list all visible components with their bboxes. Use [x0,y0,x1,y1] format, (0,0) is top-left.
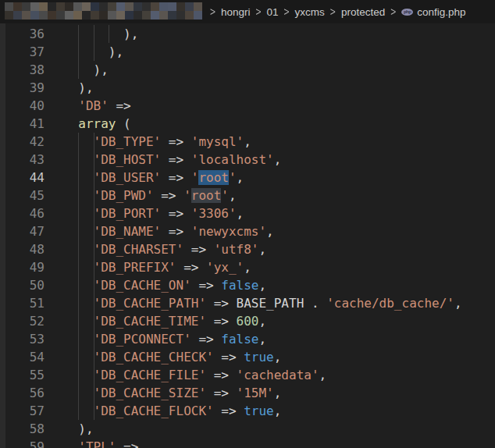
line-number[interactable]: 45 [0,187,45,204]
code-line[interactable]: 44 'DB_USER' => 'root', [0,169,495,187]
sidebar-scrollbar[interactable] [0,23,5,448]
code-line[interactable]: 38 ), [0,61,495,79]
breadcrumb-bar: >hongri>01>yxcms>protected>phpconfig.php [0,0,495,23]
redacted-block [116,11,125,20]
code-line-content: 'DB_HOST' => 'localhost', [63,151,281,169]
code-line-content: 'DB_CACHE_PATH' => BASE_PATH . 'cache/db… [63,294,462,312]
line-number[interactable]: 41 [0,115,45,133]
line-number[interactable]: 52 [0,312,45,330]
code-line[interactable]: 47 'DB_NAME' => 'newyxcms', [0,222,495,240]
line-number[interactable]: 57 [0,402,45,420]
redacted-block [185,11,194,20]
line-number[interactable]: 37 [0,43,45,61]
line-number[interactable]: 53 [0,330,45,348]
code-token: , [258,242,266,257]
indent-guide [94,169,94,187]
indent-guide [94,348,94,366]
code-line[interactable]: 56 'DB_CACHE_SIZE' => '15M', [0,384,495,402]
line-number[interactable]: 59 [0,438,45,448]
redacted-block [116,2,125,11]
breadcrumb-item-yxcms[interactable]: yxcms [295,6,325,18]
code-token: 'DB_CACHE_FLOCK' [94,404,214,418]
code-line[interactable]: 54 'DB_CACHE_CHECK' => true, [0,348,495,366]
code-token: => [214,350,244,364]
redacted-block [73,2,82,11]
redacted-block [168,2,176,11]
indent-guide [94,43,94,61]
code-line[interactable]: 53 'DB_PCONNECT' => false, [0,330,495,348]
line-number[interactable]: 43 [0,151,45,169]
code-line[interactable]: 43 'DB_HOST' => 'localhost', [0,151,495,169]
code-token: , [258,278,266,293]
code-token: => [161,134,191,149]
code-line[interactable]: 58 ), [0,420,495,438]
code-editor[interactable]: 36 ),37 ),38 ),39 ),40 'DB' =>41 array (… [0,23,495,448]
code-line[interactable]: 46 'DB_PORT' => '3306', [0,204,495,222]
code-token: true [244,350,274,364]
indent-guide [94,151,94,169]
code-token: 'DB_CACHE_FILE' [94,368,207,382]
code-token: , [244,134,251,149]
breadcrumb-item-file[interactable]: config.php [417,6,465,18]
code-line[interactable]: 45 'DB_PWD' => 'root', [0,187,495,204]
code-line-content: 'TPL' => [63,438,138,448]
code-token: , [258,332,266,347]
code-line-content: 'DB_PCONNECT' => false, [63,330,266,348]
code-line-content: ), [63,61,109,79]
code-token: 'DB_NAME' [94,224,162,239]
line-number[interactable]: 38 [0,61,45,79]
code-token: 'mysql' [191,134,244,149]
redacted-block [22,11,30,20]
code-line[interactable]: 39 ), [0,79,495,97]
line-number[interactable]: 49 [0,258,45,276]
code-token: ' [183,188,191,203]
breadcrumb-item-hongri[interactable]: hongri [221,6,251,18]
code-line[interactable]: 37 ), [0,43,495,61]
code-line[interactable]: 40 'DB' => [0,97,495,115]
redacted-block [151,11,159,20]
code-token: false [221,278,258,293]
code-line[interactable]: 36 ), [0,25,495,43]
line-number[interactable]: 39 [0,79,45,97]
code-token: false [221,332,258,347]
redacted-block [82,11,91,20]
indent-whitespace [63,44,109,59]
code-line[interactable]: 57 'DB_CACHE_FLOCK' => true, [0,402,495,420]
line-number[interactable]: 54 [0,348,45,366]
line-number[interactable]: 58 [0,420,45,438]
code-line-content: ), [63,420,94,438]
code-token: => [154,188,184,203]
line-number[interactable]: 42 [0,133,45,151]
code-token: 'DB' [78,98,109,113]
code-token: => [161,152,191,167]
code-line[interactable]: 50 'DB_CACHE_ON' => false, [0,276,495,294]
redacted-block [108,11,116,20]
code-line[interactable]: 41 array ( [0,115,495,133]
code-line[interactable]: 48 'DB_CHARSET' => 'utf8', [0,240,495,258]
code-line[interactable]: 55 'DB_CACHE_FILE' => 'cachedata', [0,366,495,384]
line-number[interactable]: 48 [0,240,45,258]
line-number[interactable]: 51 [0,294,45,312]
line-number[interactable]: 55 [0,366,45,384]
line-number[interactable]: 40 [0,97,45,115]
line-number[interactable]: 46 [0,204,45,222]
breadcrumb-item-protected[interactable]: protected [341,6,385,18]
code-token: 600 [237,314,259,329]
vscode-window: >hongri>01>yxcms>protected>phpconfig.php… [0,0,495,448]
code-line[interactable]: 49 'DB_PREFIX' => 'yx_', [0,258,495,276]
indent-guide [94,25,94,43]
code-line[interactable]: 51 'DB_CACHE_PATH' => BASE_PATH . 'cache… [0,294,495,312]
line-number[interactable]: 56 [0,384,45,402]
line-number[interactable]: 50 [0,276,45,294]
line-number[interactable]: 47 [0,222,45,240]
code-token: => [214,404,244,418]
code-line[interactable]: 42 'DB_TYPE' => 'mysql', [0,133,495,151]
redacted-block [185,2,194,11]
line-number[interactable]: 44 [0,169,45,187]
code-token: 'utf8' [214,242,259,257]
breadcrumb-item-01[interactable]: 01 [267,6,279,18]
line-number[interactable]: 36 [0,25,45,43]
code-line[interactable]: 59 'TPL' => [0,438,495,448]
code-line[interactable]: 52 'DB_CACHE_TIME' => 600, [0,312,495,330]
redacted-block [65,2,73,11]
